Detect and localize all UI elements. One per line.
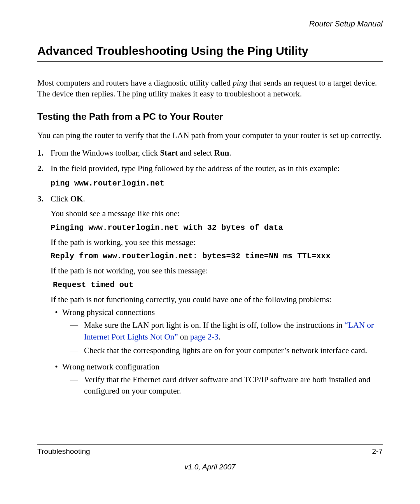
dash-icon: —: [70, 345, 84, 356]
bullet-1-sub-1-mid: on: [178, 332, 190, 341]
bullet-network-config: • Wrong network configuration — Verify t…: [51, 361, 383, 399]
step-3-code-2: Reply from www.routerlogin.net: bytes=32…: [51, 250, 383, 262]
running-header: Router Setup Manual: [37, 19, 383, 31]
subsection-intro: You can ping the router to verify that t…: [37, 130, 383, 141]
step-1-text-mid: and select: [178, 148, 214, 158]
bullet-1-sub-2-body: Check that the corresponding lights are …: [84, 345, 383, 356]
bullet-physical-connections: • Wrong physical connections — Make sure…: [51, 307, 383, 359]
step-3-code-3: Request timed out: [51, 279, 383, 290]
bullet-2-sub-1: — Verify that the Ethernet card driver s…: [62, 374, 383, 397]
bullet-1-sub-1-body: Make sure the LAN port light is on. If t…: [84, 320, 383, 343]
bullet-2-sublist: — Verify that the Ethernet card driver s…: [62, 374, 383, 397]
intro-em-ping: ping: [233, 78, 247, 88]
step-3-code-1: Pinging www.routerlogin.net with 32 byte…: [51, 222, 383, 233]
footer-section-name: Troubleshooting: [37, 447, 90, 456]
step-1: 1. From the Windows toolbar, click Start…: [37, 147, 383, 159]
step-3-line-4: If the path is not functioning correctly…: [51, 294, 383, 305]
step-1-bold-run: Run: [214, 148, 229, 158]
subsection-title: Testing the Path from a PC to Your Route…: [37, 111, 383, 122]
footer-page-number: 2-7: [372, 447, 383, 456]
dash-icon: —: [70, 374, 84, 397]
step-2: 2. In the field provided, type Ping foll…: [37, 163, 383, 189]
bullet-icon: •: [51, 361, 62, 399]
step-3-line-1: You should see a message like this one:: [51, 208, 383, 219]
step-1-text-pre: From the Windows toolbar, click: [51, 148, 160, 158]
step-1-body: From the Windows toolbar, click Start an…: [51, 147, 383, 159]
bullet-1-body: Wrong physical connections — Make sure t…: [62, 307, 383, 359]
step-1-bold-start: Start: [160, 148, 178, 158]
step-3-line-3: If the path is not working, you see this…: [51, 265, 383, 276]
bullet-1-text: Wrong physical connections: [62, 307, 383, 318]
ordered-steps: 1. From the Windows toolbar, click Start…: [37, 147, 383, 402]
step-3-text-pre: Click: [51, 194, 70, 203]
step-2-code: ping www.routerlogin.net: [51, 178, 383, 189]
step-3-bold-ok: OK: [70, 194, 83, 203]
step-3-body: Click OK. You should see a message like …: [51, 193, 383, 402]
bullet-2-text: Wrong network configuration: [62, 361, 383, 373]
link-page-2-3[interactable]: page 2-3: [190, 332, 219, 341]
footer-version: v1.0, April 2007: [37, 463, 383, 471]
step-1-text-post: .: [229, 148, 231, 158]
step-3: 3. Click OK. You should see a message li…: [37, 193, 383, 402]
step-3-text-post: .: [83, 194, 85, 203]
bullet-1-sub-2: — Check that the corresponding lights ar…: [62, 345, 383, 356]
page: Router Setup Manual Advanced Troubleshoo…: [0, 0, 420, 504]
step-2-text: In the field provided, type Ping followe…: [51, 163, 383, 174]
step-3-line-2: If the path is working, you see this mes…: [51, 236, 383, 248]
dash-icon: —: [70, 320, 84, 343]
step-2-number: 2.: [37, 163, 51, 189]
bullet-1-sub-1-post: .: [219, 332, 220, 341]
section-title: Advanced Troubleshooting Using the Ping …: [37, 44, 383, 62]
bullet-2-body: Wrong network configuration — Verify tha…: [62, 361, 383, 399]
intro-text-pre: Most computers and routers have a diagno…: [37, 78, 233, 88]
bullet-1-sublist: — Make sure the LAN port light is on. If…: [62, 320, 383, 356]
step-2-body: In the field provided, type Ping followe…: [51, 163, 383, 189]
problem-bullets: • Wrong physical connections — Make sure…: [51, 307, 383, 399]
bullet-2-sub-1-body: Verify that the Ethernet card driver sof…: [84, 374, 383, 397]
section-intro: Most computers and routers have a diagno…: [37, 77, 383, 100]
bullet-1-sub-1: — Make sure the LAN port light is on. If…: [62, 320, 383, 343]
bullet-1-sub-1-pre: Make sure the LAN port light is on. If t…: [84, 320, 345, 330]
page-footer: Troubleshooting 2-7 v1.0, April 2007: [37, 444, 383, 471]
step-3-number: 3.: [37, 193, 51, 402]
step-1-number: 1.: [37, 147, 51, 159]
bullet-icon: •: [51, 307, 62, 359]
